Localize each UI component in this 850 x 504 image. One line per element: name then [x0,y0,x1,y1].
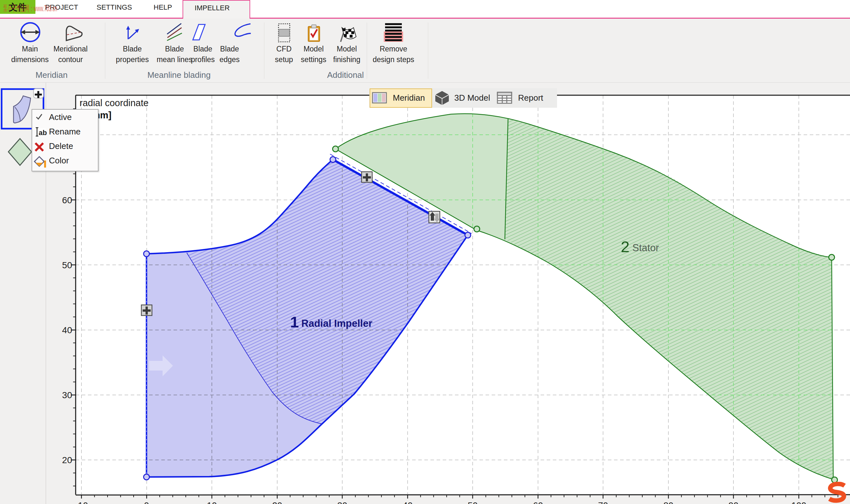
svg-text:Stator: Stator [632,242,659,253]
svg-text:90: 90 [728,501,738,504]
svg-text:60: 60 [62,195,72,205]
svg-text:50: 50 [468,501,478,504]
svg-text:100: 100 [792,501,806,504]
svg-text:0: 0 [144,501,149,504]
svg-text:50: 50 [62,260,72,270]
svg-text:radial coordinate: radial coordinate [80,98,149,108]
svg-text:40: 40 [402,501,413,504]
svg-text:-10: -10 [75,501,88,504]
svg-text:2: 2 [621,238,629,255]
svg-text:10: 10 [207,501,217,504]
svg-text:80: 80 [663,501,673,504]
svg-text:30: 30 [337,501,347,504]
svg-text:1: 1 [290,313,299,331]
svg-text:60: 60 [533,501,543,504]
svg-text:ab: ab [39,129,47,137]
svg-text:30: 30 [62,390,72,400]
svg-text:70: 70 [598,501,608,504]
svg-text:20: 20 [272,501,282,504]
svg-text:20: 20 [62,455,72,465]
svg-text:Radial Impeller: Radial Impeller [301,318,372,329]
svg-text:40: 40 [62,325,72,335]
